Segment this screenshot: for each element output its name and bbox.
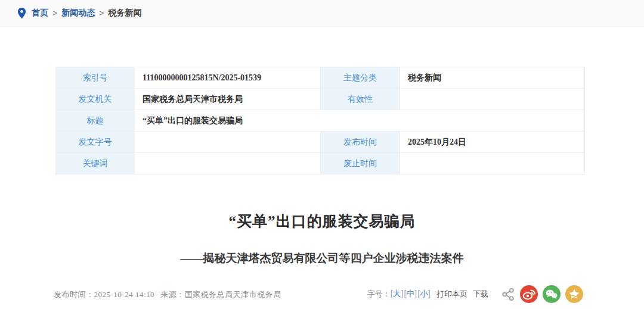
publish-date-label: 发布时间 [321, 132, 400, 153]
document-info-table: 索引号 11100000000125815N/2025-01539 主题分类 税… [55, 67, 585, 174]
breadcrumb-separator: > [52, 8, 57, 18]
issuing-agency-value: 国家税务总局天津市税务局 [135, 89, 321, 110]
article-subtitle: ——揭秘天津塔杰贸易有限公司等四户企业涉税违法案件 [0, 251, 644, 266]
topic-category-label: 主题分类 [321, 67, 400, 89]
publish-time-label: 发布时间： [54, 290, 94, 299]
index-number-value: 11100000000125815N/2025-01539 [135, 67, 321, 89]
table-row: 发文机关 国家税务总局天津市税务局 有效性 [56, 89, 585, 110]
document-number-label: 发文字号 [56, 132, 135, 153]
qzone-star-icon[interactable] [565, 285, 583, 303]
validity-label: 有效性 [321, 89, 400, 110]
breadcrumb-current: 税务新闻 [108, 8, 141, 18]
table-row: 标题 “买单”出口的服装交易骗局 [56, 110, 585, 132]
title-label: 标题 [56, 110, 135, 132]
validity-value [400, 89, 585, 110]
publish-time-value: 2025-10-24 14:10 [94, 290, 155, 299]
issuing-agency-label: 发文机关 [56, 89, 135, 110]
breadcrumb-separator: > [99, 8, 104, 18]
font-size-label: 字号： [367, 289, 391, 299]
keywords-value [135, 153, 321, 174]
article-meta: 发布时间：2025-10-24 14:10来源：国家税务总局天津市税务局 [54, 289, 281, 300]
article-title: “买单”出口的服装交易骗局 [0, 211, 644, 231]
source-label: 来源： [160, 290, 185, 299]
keywords-label: 关键词 [56, 153, 135, 174]
title-value: “买单”出口的服装交易骗局 [135, 110, 585, 132]
font-size-small-button[interactable]: [小] [417, 289, 431, 299]
publish-date-value: 2025年10月24日 [400, 132, 585, 153]
repeal-date-label: 废止时间 [321, 153, 400, 174]
table-row: 索引号 11100000000125815N/2025-01539 主题分类 税… [56, 67, 585, 89]
page: 首页 > 新闻动态 > 税务新闻 索引号 11100000000125815N/… [0, 0, 644, 309]
topic-category-value: 税务新闻 [400, 67, 585, 89]
table-row: 发文字号 发布时间 2025年10月24日 [56, 132, 585, 153]
font-size-large-button[interactable]: [大] [391, 289, 404, 299]
share-icon[interactable] [501, 288, 515, 301]
weibo-share-icon[interactable] [520, 285, 538, 303]
index-number-label: 索引号 [56, 67, 135, 89]
wechat-share-icon[interactable] [543, 285, 561, 303]
document-number-value [135, 132, 321, 153]
breadcrumb-section-link[interactable]: 新闻动态 [61, 8, 95, 18]
table-row: 关键词 废止时间 [56, 153, 585, 174]
breadcrumb: 首页 > 新闻动态 > 税务新闻 [0, 0, 644, 27]
print-page-button[interactable]: 打印本页 [436, 289, 467, 299]
source-value: 国家税务总局天津市税务局 [185, 290, 281, 299]
font-size-medium-button[interactable]: [中] [404, 289, 417, 299]
breadcrumb-home-link[interactable]: 首页 [32, 8, 48, 18]
repeal-date-value [400, 153, 585, 174]
article-toolbar: 字号： [大] [中] [小] 打印本页 下载 [367, 284, 583, 304]
location-pin-icon [17, 7, 26, 19]
download-button[interactable]: 下载 [473, 289, 488, 299]
